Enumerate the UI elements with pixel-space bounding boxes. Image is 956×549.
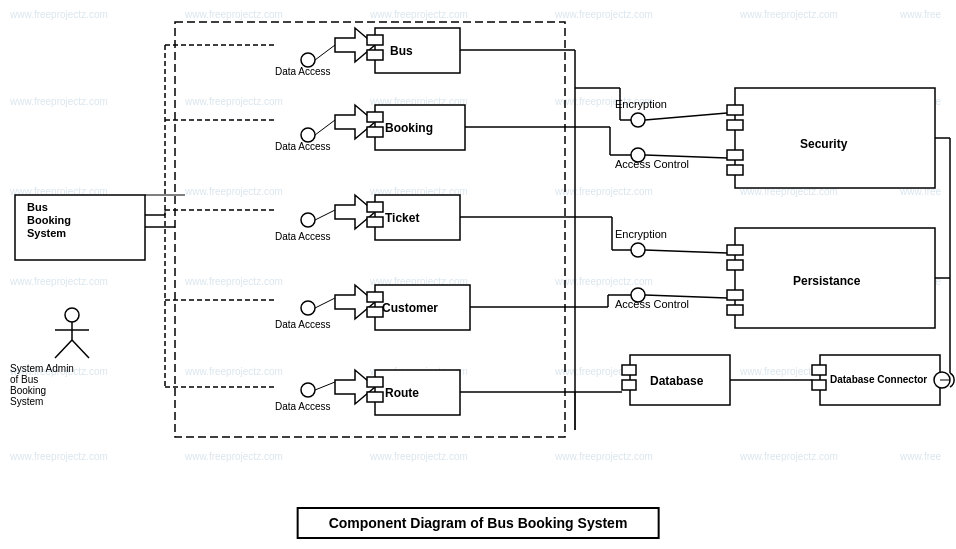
svg-rect-100 [727,120,743,130]
svg-text:Customer: Customer [382,301,438,315]
svg-text:Encryption: Encryption [615,98,667,110]
svg-text:Data Access: Data Access [275,66,331,77]
svg-text:www.freeprojectz.com: www.freeprojectz.com [9,276,108,287]
svg-rect-85 [367,377,383,387]
svg-text:www.freeprojectz.com: www.freeprojectz.com [554,451,653,462]
svg-text:www.freeprojectz.com: www.freeprojectz.com [184,96,283,107]
svg-text:Database: Database [650,374,704,388]
svg-text:Route: Route [385,386,419,400]
svg-text:www.freeprojectz.com: www.freeprojectz.com [739,9,838,20]
svg-text:Bus: Bus [27,201,48,213]
svg-rect-118 [727,260,743,270]
svg-text:www.freeprojectz.com: www.freeprojectz.com [369,9,468,20]
svg-text:System Admin: System Admin [10,363,74,374]
svg-text:Ticket: Ticket [385,211,419,225]
svg-rect-69 [367,202,383,212]
svg-rect-99 [727,105,743,115]
svg-line-89 [315,382,335,390]
diagram-caption: Component Diagram of Bus Booking System [297,507,660,539]
svg-point-40 [65,308,79,322]
svg-rect-77 [367,292,383,302]
svg-text:Security: Security [800,137,848,151]
svg-line-81 [315,298,335,308]
svg-text:www.freeprojectz.com: www.freeprojectz.com [739,451,838,462]
svg-rect-134 [812,365,826,375]
diagram-container: www.freeprojectz.com www.freeprojectz.co… [0,0,956,549]
svg-text:Data Access: Data Access [275,231,331,242]
svg-text:www.freeprojectz.com: www.freeprojectz.com [554,186,653,197]
svg-text:Booking: Booking [10,385,46,396]
svg-point-104 [631,113,645,127]
svg-text:www.free: www.free [899,9,942,20]
svg-text:www.freeprojectz.com: www.freeprojectz.com [9,451,108,462]
svg-rect-62 [367,127,383,137]
svg-text:www.freeprojectz.com: www.freeprojectz.com [9,9,108,20]
svg-rect-120 [727,305,743,315]
svg-rect-61 [367,112,383,122]
svg-rect-141 [622,380,636,390]
svg-rect-117 [727,245,743,255]
svg-line-43 [55,340,72,358]
svg-point-72 [301,213,315,227]
svg-rect-140 [622,365,636,375]
svg-point-122 [631,243,645,257]
svg-line-44 [72,340,89,358]
svg-rect-78 [367,307,383,317]
svg-point-56 [301,53,315,67]
svg-line-73 [315,210,335,220]
svg-text:Access Control: Access Control [615,158,689,170]
svg-point-128 [631,288,645,302]
svg-rect-54 [367,50,383,60]
svg-text:www.freeprojectz.com: www.freeprojectz.com [554,9,653,20]
svg-rect-53 [367,35,383,45]
svg-text:Bus: Bus [390,44,413,58]
svg-text:www.freeprojectz.com: www.freeprojectz.com [9,96,108,107]
svg-text:Persistance: Persistance [793,274,861,288]
svg-text:Data Access: Data Access [275,319,331,330]
svg-text:Booking: Booking [27,214,71,226]
svg-point-64 [301,128,315,142]
svg-text:of Bus: of Bus [10,374,38,385]
svg-text:Access Control: Access Control [615,298,689,310]
svg-text:Data Access: Data Access [275,141,331,152]
svg-line-65 [315,120,335,135]
svg-text:www.freeprojectz.com: www.freeprojectz.com [554,276,653,287]
svg-rect-70 [367,217,383,227]
svg-text:www.freeprojectz.com: www.freeprojectz.com [184,451,283,462]
svg-text:www.freeprojectz.com: www.freeprojectz.com [184,9,283,20]
svg-text:Booking: Booking [385,121,433,135]
svg-rect-86 [367,392,383,402]
svg-point-110 [631,148,645,162]
svg-text:System: System [27,227,66,239]
svg-line-123 [645,250,727,253]
svg-line-105 [645,113,727,120]
svg-rect-101 [727,150,743,160]
svg-text:www.free: www.free [899,451,942,462]
svg-rect-52 [375,28,460,73]
svg-text:Encryption: Encryption [615,228,667,240]
svg-text:www.freeprojectz.com: www.freeprojectz.com [184,366,283,377]
svg-text:www.freeprojectz.com: www.freeprojectz.com [184,186,283,197]
svg-point-88 [301,383,315,397]
svg-rect-135 [812,380,826,390]
svg-text:Data Access: Data Access [275,401,331,412]
svg-text:www.freeprojectz.com: www.freeprojectz.com [369,451,468,462]
svg-rect-102 [727,165,743,175]
diagram-svg: www.freeprojectz.com www.freeprojectz.co… [0,0,956,549]
svg-text:www.freeprojectz.com: www.freeprojectz.com [184,276,283,287]
svg-text:Database Connector: Database Connector [830,374,927,385]
svg-rect-119 [727,290,743,300]
svg-point-80 [301,301,315,315]
svg-line-57 [315,45,335,60]
svg-text:System: System [10,396,43,407]
